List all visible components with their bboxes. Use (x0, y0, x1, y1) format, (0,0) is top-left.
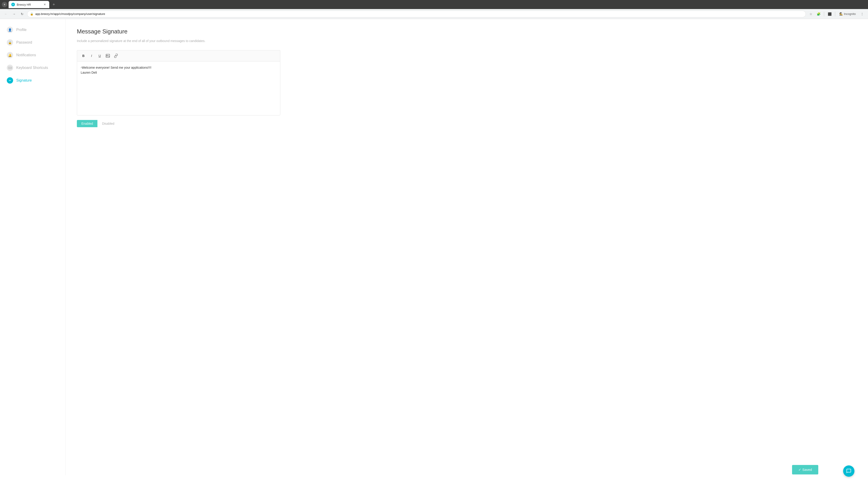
password-icon: 🔒 (7, 39, 13, 46)
toggle-group: Enabled Disabled (77, 120, 857, 127)
signature-line1: -Welcome everyone! Send me your applicat… (81, 65, 276, 70)
forward-button[interactable]: → (11, 11, 17, 17)
editor-toolbar: B I U (77, 50, 280, 61)
signature-icon: ✏ (7, 77, 13, 84)
address-bar-row: ← → ↻ 🔒 app.breezy.hr/app/c/moodjoy/comp… (0, 9, 868, 19)
main-content: Message Signature Include a personalized… (66, 19, 868, 475)
image-icon (106, 54, 110, 58)
link-button[interactable] (112, 52, 120, 59)
browser-toolbar-icons: ☆ 🧩 ⬛ 🕵 Incognito ⋮ (808, 11, 865, 17)
incognito-icon: 🕵 (839, 12, 843, 15)
tab-favicon: B (11, 3, 15, 6)
signature-line2: Lauren Deli (81, 70, 276, 75)
incognito-button[interactable]: 🕵 Incognito (837, 11, 858, 17)
profile-icon: 👤 (7, 27, 13, 33)
italic-button[interactable]: I (88, 52, 95, 59)
chat-icon (846, 468, 851, 474)
tab-title: Breezy HR (17, 3, 31, 6)
app-layout: 👤 Profile 🔒 Password 🔔 Notifications ⌨ K… (0, 19, 868, 475)
sidebar-label-password: Password (16, 40, 32, 44)
sidebar-item-profile[interactable]: 👤 Profile (0, 24, 65, 36)
save-button[interactable]: ✓ Saved (792, 465, 818, 475)
sidebar-item-signature[interactable]: ✏ Signature (0, 74, 65, 87)
sidebar-item-keyboard-shortcuts[interactable]: ⌨ Keyboard Shortcuts (0, 61, 65, 74)
address-bar[interactable]: 🔒 app.breezy.hr/app/c/moodjoy/company/us… (27, 11, 806, 18)
sidebar-item-password[interactable]: 🔒 Password (0, 36, 65, 49)
image-button[interactable] (104, 52, 112, 59)
back-button[interactable]: ← (3, 11, 9, 17)
sidebar: 👤 Profile 🔒 Password 🔔 Notifications ⌨ K… (0, 19, 66, 475)
sidebar-label-keyboard-shortcuts: Keyboard Shortcuts (16, 66, 48, 70)
link-icon (114, 54, 118, 58)
sidebar-toggle-button[interactable]: ⬛ (827, 11, 833, 17)
secure-icon: 🔒 (30, 12, 33, 15)
incognito-label: Incognito (844, 12, 856, 15)
disabled-toggle-button[interactable]: Disabled (97, 120, 119, 127)
active-tab[interactable]: B Breezy HR ✕ (8, 1, 49, 8)
sidebar-label-signature: Signature (16, 78, 32, 83)
sidebar-item-notifications[interactable]: 🔔 Notifications (0, 49, 65, 61)
extensions-button[interactable]: 🧩 (815, 11, 822, 17)
tab-group-button[interactable]: ▼ (2, 2, 7, 7)
signature-editor[interactable]: -Welcome everyone! Send me your applicat… (77, 61, 280, 116)
bookmark-button[interactable]: ☆ (808, 11, 814, 17)
chat-widget-button[interactable] (843, 465, 855, 475)
notifications-icon: 🔔 (7, 52, 13, 58)
underline-button[interactable]: U (96, 52, 103, 59)
page-description: Include a personalized signature at the … (77, 39, 857, 43)
tab-close-button[interactable]: ✕ (43, 3, 46, 6)
url-text: app.breezy.hr/app/c/moodjoy/company/user… (35, 12, 803, 15)
keyboard-shortcuts-icon: ⌨ (7, 65, 13, 71)
enabled-toggle-button[interactable]: Enabled (77, 120, 97, 127)
reload-button[interactable]: ↻ (19, 11, 25, 17)
toolbar-divider-2 (835, 12, 835, 16)
menu-button[interactable]: ⋮ (859, 11, 865, 17)
sidebar-label-notifications: Notifications (16, 53, 36, 57)
page-title: Message Signature (77, 28, 857, 35)
new-tab-button[interactable]: + (51, 1, 57, 8)
toolbar-divider (824, 12, 824, 16)
bold-button[interactable]: B (80, 52, 87, 59)
sidebar-label-profile: Profile (16, 28, 26, 32)
browser-tab-bar: ▼ B Breezy HR ✕ + (0, 0, 868, 9)
